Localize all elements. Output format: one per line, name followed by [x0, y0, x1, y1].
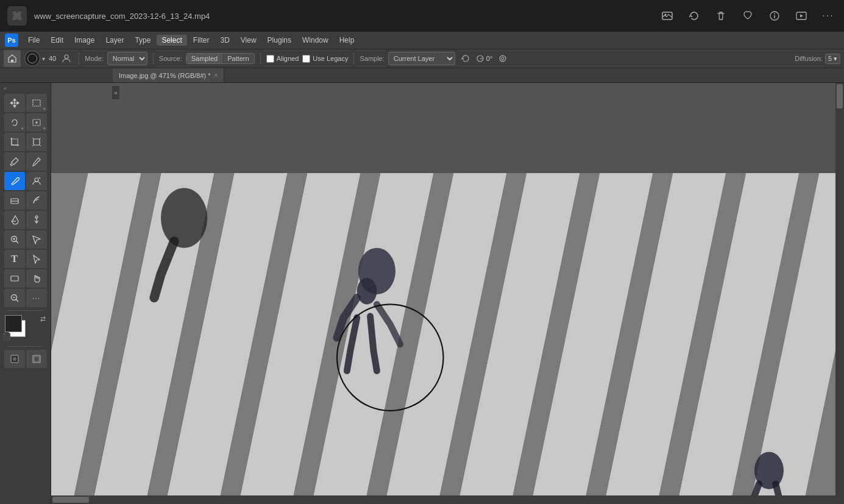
swap-colors-btn[interactable]: ⇄: [40, 315, 46, 323]
svg-rect-1: [14, 13, 20, 19]
brush-load-icon[interactable]: [60, 52, 73, 65]
horizontal-scrollbar[interactable]: [51, 495, 835, 504]
active-tab[interactable]: Image.jpg @ 471% (RGB/8#) * ×: [113, 68, 224, 82]
delete-titlebar-icon[interactable]: [712, 7, 729, 24]
mode-label: Mode:: [85, 55, 104, 62]
crop-btn[interactable]: [4, 133, 25, 151]
menu-help[interactable]: Help: [335, 35, 360, 46]
sample-select[interactable]: Current Layer: [388, 52, 455, 65]
image-titlebar-icon[interactable]: [659, 7, 676, 24]
pencil-btn[interactable]: [26, 152, 47, 171]
menu-image[interactable]: Image: [69, 35, 99, 46]
tool-row-7: [0, 211, 51, 229]
object-select-btn[interactable]: ▾: [26, 113, 47, 132]
menu-view[interactable]: View: [236, 35, 261, 46]
source-sampled-btn[interactable]: Sampled: [186, 54, 222, 63]
tool-row-10: [0, 269, 51, 288]
extra-tools-btn[interactable]: ···: [26, 289, 47, 307]
hand-btn[interactable]: [26, 269, 47, 288]
sidebar-toggle-btn[interactable]: «: [112, 85, 120, 100]
info-titlebar-icon[interactable]: [766, 7, 783, 24]
menu-3d[interactable]: 3D: [215, 35, 234, 46]
menu-filter[interactable]: Filter: [188, 35, 215, 46]
more-titlebar-icon[interactable]: ···: [820, 7, 837, 24]
brush-preview: [24, 51, 40, 66]
target-icon[interactable]: [496, 52, 509, 65]
brush-dropdown-arrow[interactable]: ▾: [42, 55, 45, 62]
play-titlebar-icon[interactable]: [793, 7, 810, 24]
home-button[interactable]: [4, 50, 21, 67]
type-btn[interactable]: T: [4, 250, 25, 268]
svg-line-20: [39, 177, 40, 179]
tool-row-5: [0, 172, 51, 190]
heal-btn[interactable]: [26, 172, 47, 190]
use-legacy-checkbox-label: Use Legacy: [302, 55, 348, 63]
artboard-btn[interactable]: [26, 350, 47, 368]
aligned-checkbox[interactable]: [266, 55, 274, 63]
heart-titlebar-icon[interactable]: [739, 7, 756, 24]
vertical-scrollbar[interactable]: [835, 83, 844, 495]
options-bar: ▾ 40 Mode: Normal Source: Sampled Patter…: [0, 49, 844, 68]
svg-point-19: [35, 178, 38, 182]
separator-4: [353, 52, 354, 65]
menu-type[interactable]: Type: [130, 35, 155, 46]
eyedropper-btn[interactable]: [4, 152, 25, 171]
angle-icon: [476, 54, 484, 63]
rectangular-marquee-btn[interactable]: ▾: [26, 94, 47, 112]
reset-colors-btn[interactable]: ⬛: [2, 333, 11, 341]
vertical-scrollbar-thumb[interactable]: [837, 84, 843, 108]
menu-bar: Ps File Edit Image Layer Type Select Fil…: [0, 32, 844, 49]
canvas-area: [51, 83, 844, 504]
svg-rect-18: [34, 139, 40, 145]
tool-row-11: ···: [0, 289, 51, 307]
color-swatch-group: ⬛ ⇄: [0, 315, 51, 342]
rectangle-tool-btn[interactable]: [4, 269, 25, 288]
dropper-fill-btn[interactable]: [26, 211, 47, 229]
menu-select[interactable]: Select: [157, 35, 186, 46]
eraser-btn[interactable]: [4, 191, 25, 210]
separator-3: [260, 52, 261, 65]
quick-mask-btn[interactable]: [4, 350, 25, 368]
menu-edit[interactable]: Edit: [46, 35, 68, 46]
menu-plugins[interactable]: Plugins: [263, 35, 296, 46]
zoom-out-btn[interactable]: [4, 289, 25, 307]
tool-row-8: [0, 230, 51, 249]
source-pattern-btn[interactable]: Pattern: [222, 54, 254, 63]
menu-window[interactable]: Window: [297, 35, 333, 46]
zoom-btn[interactable]: [4, 230, 25, 249]
move-tool-btn[interactable]: [4, 94, 25, 112]
use-legacy-checkbox[interactable]: [302, 55, 310, 63]
tool-row-2: ▾ ▾: [0, 113, 51, 132]
title-bar: www_screencapture_com_2023-12-6_13_24.mp…: [0, 0, 844, 32]
rotate-titlebar-icon[interactable]: [686, 7, 703, 24]
ps-logo: Ps: [5, 34, 18, 47]
canvas-background[interactable]: [51, 83, 835, 495]
horizontal-scrollbar-thumb[interactable]: [52, 497, 89, 503]
svg-rect-16: [33, 100, 40, 106]
tool-row-6: [0, 191, 51, 210]
mode-select[interactable]: Normal: [107, 52, 147, 65]
diffusion-value[interactable]: 5 ▾: [825, 54, 840, 64]
svg-point-9: [65, 55, 68, 59]
menu-file[interactable]: File: [23, 35, 44, 46]
title-text: www_screencapture_com_2023-12-6_13_24.mp…: [34, 12, 651, 21]
extra-tools-row: [0, 350, 51, 368]
paint-bucket-btn[interactable]: [4, 211, 25, 229]
brush-size-label: 40: [49, 55, 56, 62]
direct-select-btn[interactable]: [26, 250, 47, 268]
brush-preset[interactable]: ▾: [24, 51, 45, 66]
source-label: Source:: [159, 55, 182, 62]
menu-layer[interactable]: Layer: [101, 35, 129, 46]
smudge-btn[interactable]: [26, 191, 47, 210]
transform-warp-btn[interactable]: [26, 133, 47, 151]
path-select-btn[interactable]: [26, 230, 47, 249]
canvas-image: [51, 173, 835, 495]
svg-rect-27: [11, 276, 18, 281]
brush-btn[interactable]: [4, 172, 25, 190]
tab-close-btn[interactable]: ×: [215, 72, 218, 79]
refresh-icon[interactable]: [459, 52, 472, 65]
lasso-tool-btn[interactable]: ▾: [4, 113, 25, 132]
svg-point-6: [774, 13, 775, 15]
foreground-color-swatch[interactable]: [5, 315, 22, 332]
titlebar-icons: ···: [659, 7, 837, 24]
